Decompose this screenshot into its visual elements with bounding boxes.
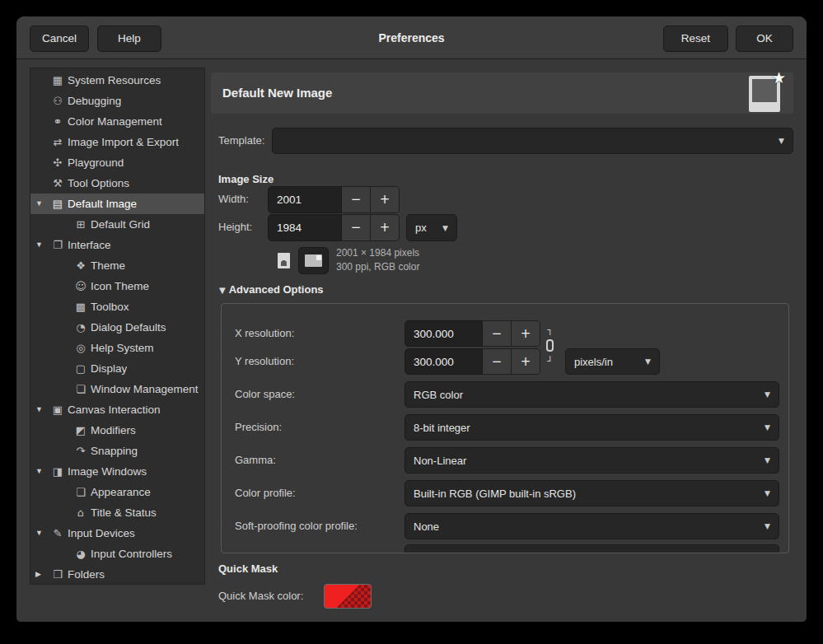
width-minus-button[interactable]: − <box>342 186 371 213</box>
page-title: Default New Image <box>222 72 332 114</box>
soft-proofing-select[interactable]: None ▼ <box>404 513 779 539</box>
template-select[interactable]: ▼ <box>272 128 793 154</box>
height-minus-button[interactable]: − <box>342 214 371 241</box>
appearance-icon: ❑ <box>73 482 88 502</box>
sidebar-item-debugging[interactable]: ⚇Debugging <box>30 91 204 111</box>
sidebar-item-tool-options[interactable]: ⚒Tool Options <box>30 173 204 194</box>
precision-value: 8-bit integer <box>414 422 470 434</box>
sidebar-item-input-devices[interactable]: ▼✎Input Devices <box>30 523 204 544</box>
chevron-down-icon: ▼ <box>765 489 770 497</box>
sidebar-item-playground[interactable]: ✣Playground <box>30 152 204 173</box>
snapping-icon: ↷ <box>73 441 88 461</box>
landscape-orientation-button[interactable] <box>298 247 329 274</box>
sidebar-item-modifiers[interactable]: ◩Modifiers <box>30 420 204 441</box>
sidebar-item-snapping[interactable]: ↷Snapping <box>30 441 204 461</box>
sidebar-item-icon-theme[interactable]: ☺Icon Theme <box>30 276 204 296</box>
expander-open-icon: ▼ <box>219 286 226 295</box>
x-resolution-plus-button[interactable]: + <box>512 320 540 347</box>
clipped-combo <box>404 544 779 553</box>
sidebar-item-default-image[interactable]: ▼▤Default Image <box>30 194 204 214</box>
sidebar-item-system-resources[interactable]: ▦System Resources <box>30 70 204 91</box>
expander-open-icon[interactable]: ▼ <box>35 399 50 420</box>
chain-link-toggle[interactable]: ┐ ┘ <box>546 325 554 366</box>
interface-icon: ❐ <box>50 235 65 255</box>
color-space-label: Color space: <box>235 381 295 408</box>
width-label: Width: <box>218 186 249 212</box>
x-resolution-minus-button[interactable]: − <box>483 320 512 347</box>
quick-mask-color-swatch[interactable] <box>324 584 372 609</box>
width-input[interactable]: 2001 <box>268 186 342 213</box>
image-size-heading: Image Size <box>218 173 274 185</box>
sidebar-item-label: Image Import & Export <box>68 132 179 152</box>
sidebar-item-interface[interactable]: ▼❐Interface <box>30 235 204 255</box>
preferences-dialog: Preferences Cancel Help Reset OK ▦System… <box>16 16 807 622</box>
expander-open-icon[interactable]: ▼ <box>35 523 50 544</box>
sidebar-item-title-status[interactable]: ⌂Title & Status <box>30 502 204 523</box>
advanced-options-expander[interactable]: ▼Advanced Options <box>219 283 324 296</box>
canvas-interaction-icon: ▣ <box>50 399 65 420</box>
ok-button[interactable]: OK <box>736 26 793 52</box>
page-header: Default New Image ★ <box>211 72 793 114</box>
expander-open-icon[interactable]: ▼ <box>35 461 50 482</box>
chevron-down-icon: ▼ <box>765 390 770 399</box>
quick-mask-color-label: Quick Mask color: <box>218 583 303 609</box>
color-space-select[interactable]: RGB color ▼ <box>404 381 779 408</box>
chevron-down-icon: ▼ <box>765 456 770 464</box>
y-resolution-minus-button[interactable]: − <box>483 348 512 375</box>
chevron-down-icon: ▼ <box>645 357 651 366</box>
y-resolution-plus-button[interactable]: + <box>512 348 540 375</box>
sidebar-item-label: Debugging <box>68 91 121 111</box>
x-resolution-input[interactable]: 300.000 <box>404 320 483 347</box>
chevron-down-icon: ▼ <box>779 137 784 145</box>
height-input[interactable]: 1984 <box>268 214 342 241</box>
sidebar-item-label: Color Management <box>68 111 162 132</box>
advanced-options-group: X resolution: 300.000 − + Y resolution: … <box>221 303 789 553</box>
sidebar-item-folders[interactable]: ▶❒Folders <box>30 564 204 585</box>
sidebar-item-color-management[interactable]: ⚭Color Management <box>30 111 204 132</box>
theme-icon: ❖ <box>73 255 88 276</box>
quick-mask-heading: Quick Mask <box>218 562 278 575</box>
sidebar-item-image-windows[interactable]: ▼◨Image Windows <box>30 461 204 482</box>
expander-open-icon[interactable]: ▼ <box>35 194 50 214</box>
cancel-button[interactable]: Cancel <box>30 26 89 52</box>
size-unit-select[interactable]: px ▼ <box>406 214 457 241</box>
portrait-orientation-button[interactable] <box>272 247 295 274</box>
expander-open-icon[interactable]: ▼ <box>35 235 50 255</box>
color-profile-select[interactable]: Built-in RGB (GIMP built-in sRGB) ▼ <box>404 480 779 506</box>
input-controllers-icon: ◕ <box>73 544 88 564</box>
sidebar-item-help-system[interactable]: ◎Help System <box>30 338 204 358</box>
sidebar-item-label: Tool Options <box>68 173 129 194</box>
sidebar-item-theme[interactable]: ❖Theme <box>30 255 204 276</box>
sidebar-item-label: Playground <box>68 152 124 173</box>
modifiers-icon: ◩ <box>73 420 88 441</box>
sidebar-item-toolbox[interactable]: ▩Toolbox <box>30 296 204 317</box>
resolution-unit-select[interactable]: pixels/in ▼ <box>565 348 660 375</box>
precision-select[interactable]: 8-bit integer ▼ <box>404 414 779 441</box>
sidebar-item-default-grid[interactable]: ⊞Default Grid <box>30 214 204 235</box>
gamma-select[interactable]: Non-Linear ▼ <box>404 447 779 474</box>
display-icon: ▢ <box>73 358 88 379</box>
sidebar-item-input-controllers[interactable]: ◕Input Controllers <box>30 544 204 564</box>
sidebar-item-label: Title & Status <box>91 502 157 523</box>
sidebar-item-image-import-export[interactable]: ⇄Image Import & Export <box>30 132 204 152</box>
title-status-icon: ⌂ <box>73 502 88 523</box>
sidebar-tree: ▦System Resources⚇Debugging⚭Color Manage… <box>30 68 205 585</box>
width-plus-button[interactable]: + <box>371 186 400 213</box>
sidebar-item-window-management[interactable]: ❏Window Management <box>30 379 204 399</box>
height-plus-button[interactable]: + <box>371 214 400 241</box>
sidebar-item-label: Window Management <box>91 379 199 399</box>
sidebar-item-canvas-interaction[interactable]: ▼▣Canvas Interaction <box>30 399 204 420</box>
sidebar-item-appearance[interactable]: ❑Appearance <box>30 482 204 502</box>
sidebar-item-label: Theme <box>91 255 125 276</box>
image-windows-icon: ◨ <box>50 461 65 482</box>
tool-options-icon: ⚒ <box>50 173 65 194</box>
sidebar-item-label: Image Windows <box>68 461 147 482</box>
window-management-icon: ❏ <box>73 379 88 399</box>
sidebar-item-display[interactable]: ▢Display <box>30 358 204 379</box>
sidebar-item-dialog-defaults[interactable]: ◔Dialog Defaults <box>30 317 204 338</box>
expander-closed-icon[interactable]: ▶ <box>35 564 50 585</box>
y-resolution-input[interactable]: 300.000 <box>404 348 483 375</box>
help-system-icon: ◎ <box>73 338 88 358</box>
reset-button[interactable]: Reset <box>663 26 728 52</box>
help-button[interactable]: Help <box>97 26 161 52</box>
